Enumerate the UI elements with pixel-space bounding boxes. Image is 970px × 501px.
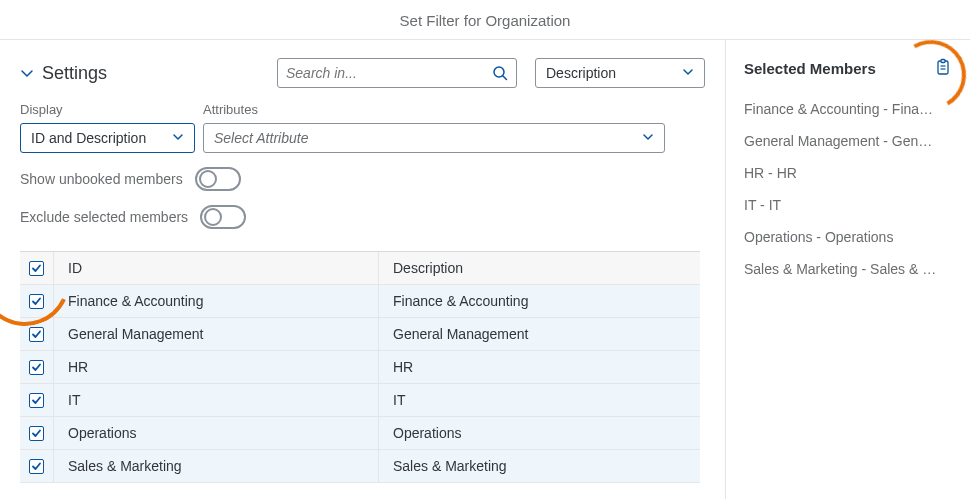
row-checkbox[interactable] [29,327,44,342]
chevron-down-icon [642,130,654,146]
svg-rect-3 [941,60,945,63]
row-checkbox[interactable] [29,459,44,474]
row-checkbox[interactable] [29,294,44,309]
cell-description: General Management [379,318,700,350]
selected-member-item[interactable]: General Management - Gen… [744,125,952,157]
selected-member-item[interactable]: Finance & Accounting - Fina… [744,93,952,125]
row-checkbox[interactable] [29,426,44,441]
selected-members-title: Selected Members [744,60,876,77]
selected-member-item[interactable]: Sales & Marketing - Sales & … [744,253,952,285]
table-row[interactable]: Sales & MarketingSales & Marketing [20,450,700,483]
table-row[interactable]: General ManagementGeneral Management [20,318,700,351]
svg-line-1 [503,76,507,80]
exclude-selected-toggle[interactable] [200,205,246,229]
show-unbooked-label: Show unbooked members [20,171,183,187]
cell-description: Sales & Marketing [379,450,700,482]
cell-id: Finance & Accounting [54,285,379,317]
table-row[interactable]: Finance & AccountingFinance & Accounting [20,285,700,318]
column-header-id[interactable]: ID [54,252,379,284]
show-unbooked-toggle[interactable] [195,167,241,191]
cell-id: General Management [54,318,379,350]
selected-member-item[interactable]: IT - IT [744,189,952,221]
table-row[interactable]: OperationsOperations [20,417,700,450]
cell-id: HR [54,351,379,383]
table-row[interactable]: HRHR [20,351,700,384]
dialog-title: Set Filter for Organization [0,0,970,40]
cell-id: IT [54,384,379,416]
clipboard-icon[interactable] [934,58,952,79]
cell-description: Operations [379,417,700,449]
cell-description: IT [379,384,700,416]
selected-member-item[interactable]: HR - HR [744,157,952,189]
select-all-checkbox[interactable] [29,261,44,276]
search-input-wrap[interactable] [277,58,517,88]
chevron-down-icon [20,66,34,80]
cell-id: Operations [54,417,379,449]
cell-description: Finance & Accounting [379,285,700,317]
attributes-label: Attributes [203,102,665,117]
chevron-down-icon [682,65,694,81]
row-checkbox[interactable] [29,393,44,408]
settings-label: Settings [42,63,107,84]
members-table: ID Description Finance & AccountingFinan… [20,251,700,483]
view-mode-value: Description [546,65,616,81]
selected-member-item[interactable]: Operations - Operations [744,221,952,253]
attributes-select[interactable]: Select Attribute [203,123,665,153]
settings-toggle[interactable]: Settings [20,63,107,84]
cell-description: HR [379,351,700,383]
row-checkbox[interactable] [29,360,44,375]
display-value: ID and Description [31,130,146,146]
chevron-down-icon [172,130,184,146]
exclude-selected-label: Exclude selected members [20,209,188,225]
display-label: Display [20,102,195,117]
column-header-description[interactable]: Description [379,252,700,284]
cell-id: Sales & Marketing [54,450,379,482]
attributes-placeholder: Select Attribute [214,130,308,146]
search-input[interactable] [286,65,492,81]
view-mode-select[interactable]: Description [535,58,705,88]
display-select[interactable]: ID and Description [20,123,195,153]
search-icon[interactable] [492,65,508,81]
table-row[interactable]: ITIT [20,384,700,417]
